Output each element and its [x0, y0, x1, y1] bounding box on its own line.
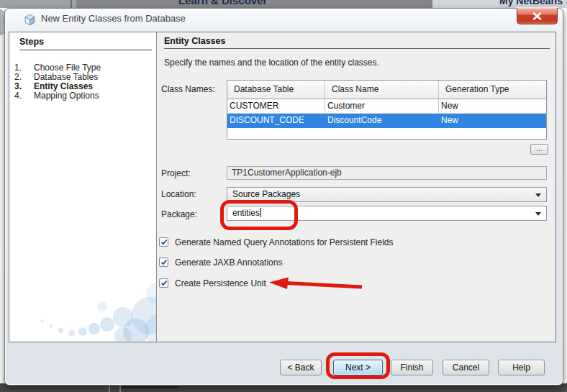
- table-row-customer[interactable]: CUSTOMER Customer New: [227, 99, 546, 114]
- page-title: Entity Classes: [164, 36, 225, 46]
- step-number: 1.: [14, 63, 32, 73]
- back-button[interactable]: < Back: [280, 360, 322, 375]
- back-button-label: < Back: [287, 363, 314, 373]
- checkbox-icon[interactable]: [159, 278, 168, 288]
- checkbox-label: Generate Named Query Annotations for Per…: [175, 237, 394, 247]
- watermark-bubble: [100, 317, 114, 332]
- column-header-class-name[interactable]: Class Name: [325, 81, 439, 99]
- checkbox-named-query-annotations[interactable]: Generate Named Query Annotations for Per…: [159, 237, 418, 247]
- cell-generation-type: New: [439, 99, 546, 113]
- column-header-database-table[interactable]: Database Table: [227, 81, 325, 99]
- learn-discover-tab-label: Learn & Discover: [178, 0, 267, 6]
- checkbox-label: Generate JAXB Annotations: [175, 257, 282, 268]
- tab-divider: [71, 0, 72, 8]
- background-tab-bar: Learn & Discover My NetBeans: [0, 0, 567, 8]
- page-description: Specify the names and the location of th…: [164, 58, 379, 68]
- class-names-table: Database Table Class Name Generation Typ…: [227, 80, 547, 140]
- next-button[interactable]: Next >: [333, 360, 383, 375]
- package-combobox[interactable]: entities: [227, 206, 547, 221]
- step-item-mapping-options: 4. Mapping Options: [14, 91, 151, 100]
- step-number: 2.: [14, 72, 32, 82]
- steps-underline: [19, 50, 152, 50]
- package-value: entities: [232, 208, 260, 218]
- chevron-down-icon[interactable]: [535, 212, 541, 216]
- package-label: Package:: [161, 209, 197, 219]
- watermark-bubble: [78, 327, 87, 336]
- location-value: Source Packages: [232, 189, 300, 199]
- text-caret: [260, 208, 261, 217]
- watermark-bubble: [89, 323, 100, 334]
- location-combobox[interactable]: Source Packages: [227, 187, 547, 202]
- checkbox-label: Create Persistence Unit: [175, 278, 266, 288]
- my-netbeans-tab-label: My NetBeans: [499, 0, 563, 6]
- project-label: Project:: [161, 168, 191, 178]
- check-icon: [161, 280, 167, 286]
- step-label: Mapping Options: [34, 91, 99, 101]
- project-value: TP1CustomerApplication-ejb: [232, 168, 342, 178]
- step-number: 3.: [14, 81, 32, 91]
- more-options-button[interactable]: ...: [530, 144, 548, 155]
- class-names-label: Class Names:: [161, 84, 215, 94]
- column-header-generation-type[interactable]: Generation Type: [439, 81, 546, 99]
- table-header-row: Database Table Class Name Generation Typ…: [227, 81, 546, 99]
- watermark-bubble: [68, 330, 75, 337]
- cell-database-table: CUSTOMER: [227, 99, 325, 113]
- next-button-label: Next >: [345, 363, 371, 373]
- heading-underline: [164, 48, 550, 49]
- location-label: Location:: [161, 189, 196, 199]
- screen: Learn & Discover My NetBeans New Entity …: [0, 0, 567, 392]
- cell-class-name: Customer: [325, 99, 439, 113]
- finish-button[interactable]: Finish: [391, 360, 433, 375]
- checkbox-create-persistence-unit[interactable]: Create Persistence Unit: [159, 278, 289, 288]
- step-number: 4.: [14, 91, 32, 101]
- cell-database-table: DISCOUNT_CODE: [227, 114, 325, 128]
- project-field: TP1CustomerApplication-ejb: [227, 166, 547, 180]
- cancel-button-label: Cancel: [453, 363, 479, 373]
- help-button[interactable]: Help: [498, 360, 545, 375]
- steps-heading: Steps: [19, 37, 44, 47]
- step-item-database-tables: 2. Database Tables: [14, 72, 151, 81]
- table-row-discount-code-selected[interactable]: DISCOUNT_CODE DiscountCode New: [227, 114, 546, 128]
- watermark-bubble: [113, 307, 133, 327]
- cancel-button[interactable]: Cancel: [443, 360, 489, 375]
- cell-generation-type: New: [439, 114, 546, 128]
- chevron-down-icon[interactable]: [535, 193, 541, 197]
- checkbox-icon[interactable]: [159, 237, 168, 247]
- cell-class-name: DiscountCode: [325, 114, 439, 128]
- background-fragment: [121, 386, 178, 388]
- watermark-bubble: [58, 328, 63, 333]
- step-label: Database Tables: [34, 72, 98, 82]
- watermark-bubble: [40, 319, 44, 323]
- help-button-label: Help: [512, 363, 530, 373]
- watermark-bubble: [114, 327, 132, 342]
- checkbox-icon[interactable]: [159, 257, 168, 267]
- watermark-bubble: [97, 301, 107, 311]
- checkbox-jaxb-annotations[interactable]: Generate JAXB Annotations: [159, 257, 317, 268]
- step-item-entity-classes-current: 3. Entity Classes: [14, 81, 151, 91]
- close-button[interactable]: [517, 8, 558, 24]
- close-icon: [532, 12, 542, 20]
- check-icon: [161, 259, 167, 265]
- check-icon: [161, 239, 167, 245]
- background-fragment: [109, 386, 110, 392]
- cube-icon: [24, 14, 36, 26]
- finish-button-label: Finish: [400, 363, 423, 373]
- dialog-title: New Entity Classes from Database: [41, 13, 186, 24]
- step-item-choose-file-type: 1. Choose File Type: [14, 63, 151, 72]
- step-label: Choose File Type: [34, 63, 101, 73]
- step-label: Entity Classes: [34, 81, 93, 91]
- watermark-bubble: [49, 324, 53, 328]
